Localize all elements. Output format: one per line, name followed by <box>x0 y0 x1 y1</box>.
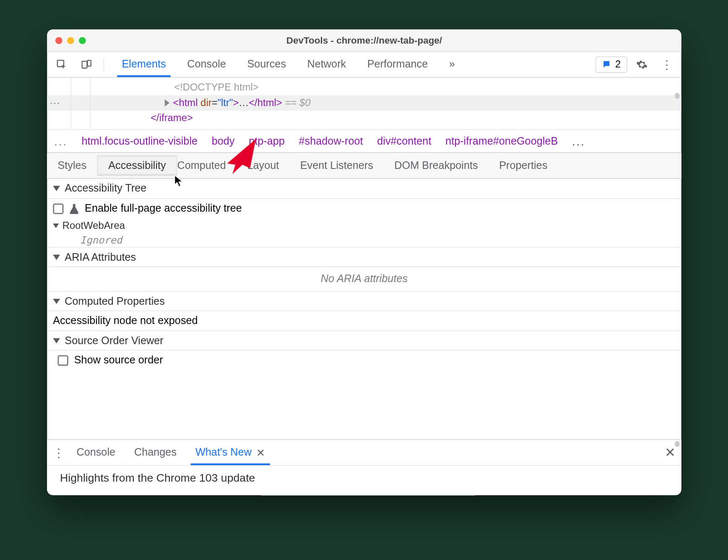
scrollbar-thumb[interactable] <box>675 93 679 99</box>
subtab-properties[interactable]: Properties <box>489 153 558 178</box>
kebab-icon: ⋮ <box>661 57 673 72</box>
section-aria-attributes[interactable]: ARIA Attributes <box>47 247 681 267</box>
main-tabs: Elements Console Sources Network Perform… <box>111 52 465 77</box>
kebab-menu-button[interactable]: ⋮ <box>657 55 677 74</box>
issues-count: 2 <box>615 59 621 70</box>
breadcrumb-item[interactable]: #shadow-root <box>299 135 363 147</box>
a11y-tree-ignored[interactable]: Ignored <box>47 233 681 247</box>
main-toolbar: Elements Console Sources Network Perform… <box>47 52 681 78</box>
scrollbar-thumb[interactable] <box>675 441 679 447</box>
svg-rect-2 <box>88 60 91 66</box>
show-source-order-label: Show source order <box>74 354 163 366</box>
drawer-kebab[interactable]: ⋮ <box>51 440 67 465</box>
breadcrumb: ... html.focus-outline-visible body ntp-… <box>47 130 681 153</box>
device-toggle-button[interactable] <box>76 55 96 74</box>
gear-icon <box>636 59 648 70</box>
disclosure-icon <box>53 298 60 304</box>
subtab-styles[interactable]: Styles <box>47 153 97 178</box>
subtab-event-listeners[interactable]: Event Listeners <box>290 153 384 178</box>
dom-line[interactable]: </iframe> <box>47 111 681 126</box>
window-title: DevTools - chrome://new-tab-page/ <box>47 35 681 45</box>
tab-elements[interactable]: Elements <box>111 52 177 77</box>
disclosure-icon <box>53 186 60 191</box>
disclosure-icon <box>53 254 60 260</box>
tab-sources[interactable]: Sources <box>237 52 296 77</box>
gutter-ellipsis: ⋯ <box>49 96 61 109</box>
close-window-button[interactable] <box>55 37 62 44</box>
show-source-order-row: Show source order <box>47 350 681 370</box>
disclosure-icon <box>53 338 60 343</box>
breadcrumb-trail[interactable]: ... <box>572 135 585 148</box>
close-tab-icon[interactable]: ✕ <box>256 446 265 459</box>
close-drawer-button[interactable]: ✕ <box>665 445 675 460</box>
breadcrumb-item[interactable]: ntp-iframe#oneGoogleB <box>445 135 558 147</box>
breadcrumb-item[interactable]: html.focus-outline-visible <box>82 135 198 147</box>
expand-icon[interactable] <box>165 99 169 106</box>
traffic-lights <box>47 37 86 44</box>
whats-new-headline: Highlights from the Chrome 103 update <box>60 472 255 484</box>
enable-full-tree-row: Enable full-page accessibility tree <box>47 199 681 218</box>
drawer-tabs: ⋮ Console Changes What's New ✕ ✕ <box>47 440 681 466</box>
section-computed-properties[interactable]: Computed Properties <box>47 291 681 311</box>
dom-line[interactable]: <!DOCTYPE html> <box>47 80 681 95</box>
tabs-overflow[interactable]: » <box>439 52 466 77</box>
drawer-body: Highlights from the Chrome 103 update <box>47 466 681 495</box>
tab-console[interactable]: Console <box>177 52 237 77</box>
zoom-window-button[interactable] <box>79 37 86 44</box>
enable-full-tree-label: Enable full-page accessibility tree <box>85 202 242 215</box>
minimize-window-button[interactable] <box>67 37 74 44</box>
accessibility-panel: Accessibility Tree Enable full-page acce… <box>47 179 681 370</box>
annotation-arrow-icon <box>224 135 265 176</box>
separator <box>104 58 104 71</box>
devtools-window: DevTools - chrome://new-tab-page/ Elemen… <box>47 29 681 495</box>
section-accessibility-tree[interactable]: Accessibility Tree <box>47 179 681 199</box>
dom-line-selected[interactable]: <html dir="ltr">…</html> == $0 <box>47 95 681 110</box>
a11y-tree-root[interactable]: RootWebArea <box>47 218 681 233</box>
drawer: ⋮ Console Changes What's New ✕ ✕ Highlig… <box>47 439 681 495</box>
drawer-tab-changes[interactable]: Changes <box>125 440 186 465</box>
enable-full-tree-checkbox[interactable] <box>53 203 63 214</box>
aria-empty-note: No ARIA attributes <box>47 267 681 291</box>
titlebar: DevTools - chrome://new-tab-page/ <box>47 29 681 52</box>
inspect-element-button[interactable] <box>52 55 72 74</box>
disclosure-icon[interactable] <box>53 223 59 228</box>
breadcrumb-lead[interactable]: ... <box>54 135 68 148</box>
subtab-dom-breakpoints[interactable]: DOM Breakpoints <box>384 153 489 178</box>
svg-rect-1 <box>82 61 87 67</box>
show-source-order-checkbox[interactable] <box>57 355 68 366</box>
drawer-tab-console[interactable]: Console <box>67 440 125 465</box>
issues-badge[interactable]: 2 <box>595 56 627 73</box>
section-source-order-viewer[interactable]: Source Order Viewer <box>47 330 681 350</box>
settings-button[interactable] <box>632 55 652 74</box>
subtab-accessibility[interactable]: Accessibility <box>97 155 177 176</box>
computed-note: Accessibility node not exposed <box>47 311 681 330</box>
drawer-tab-whats-new[interactable]: What's New ✕ <box>186 440 275 465</box>
breadcrumb-item[interactable]: div#content <box>377 135 431 147</box>
cursor-icon <box>174 175 183 188</box>
tab-network[interactable]: Network <box>296 52 356 77</box>
flask-icon <box>70 203 79 214</box>
tab-performance[interactable]: Performance <box>356 52 438 77</box>
dom-tree[interactable]: ⋯ <!DOCTYPE html> <html dir="ltr">…</htm… <box>47 78 681 129</box>
sidebar-tabs: Styles Accessibility Computed Layout Eve… <box>47 153 681 179</box>
